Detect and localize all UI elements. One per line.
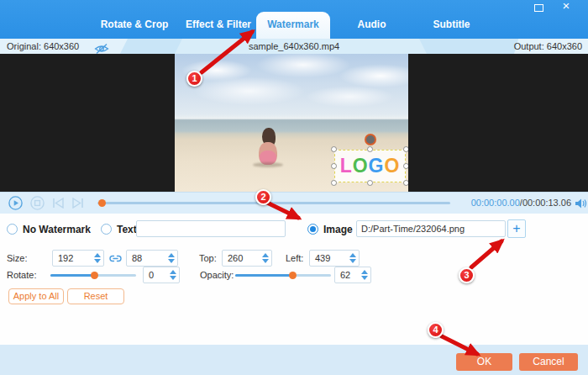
rotate-value: 0 [149,267,154,283]
current-time: 00:00:00.00 [471,198,520,208]
image-path-input[interactable] [356,220,506,237]
left-label: Left: [286,250,303,267]
no-watermark-radio[interactable] [7,224,18,235]
tab-watermark[interactable]: Watermark [256,12,330,39]
spinner-up-button[interactable] [262,251,269,258]
image-watermark-radio[interactable] [307,224,318,235]
size-width-value: 192 [58,251,73,266]
left-position-value: 439 [315,251,330,266]
previous-frame-button[interactable] [52,198,65,209]
output-resolution-label: Output: 640x360 [510,39,582,54]
stop-button[interactable] [30,196,45,210]
size-height-spinner[interactable]: 88 [126,250,178,267]
play-button[interactable] [8,196,23,210]
rotate-label: Rotate: [7,267,36,283]
video-preview-area: L O G O [0,54,588,192]
tab-audio[interactable]: Audio [349,12,395,39]
logo-letter: L [340,155,353,177]
resize-handle-w[interactable] [331,163,337,169]
size-width-spinner[interactable]: 192 [52,250,104,267]
add-image-button[interactable]: + [507,219,526,238]
video-frame: L O G O [175,54,408,192]
text-watermark-radio[interactable] [101,224,112,235]
time-display: 00:00:00.00/00:00:13.06 [467,198,571,208]
logo-letter: G [369,155,385,177]
spinner-up-button[interactable] [349,251,356,258]
watermark-overlay[interactable]: L O G O [334,150,406,182]
top-position-spinner[interactable]: 260 [222,250,272,267]
spinner-down-button[interactable] [262,258,269,265]
watermark-options-panel: No Watermark Text Image + Size: 192 88 T… [0,214,588,345]
top-position-value: 260 [228,251,243,266]
resize-handle-sw[interactable] [331,180,337,186]
timeline-slider[interactable] [97,202,450,204]
spinner-down-button[interactable] [168,258,175,265]
maximize-button[interactable] [534,4,543,12]
logo-letter: O [384,155,400,177]
watermark-dialog: Rotate & Crop Effect & Filter Watermark … [0,0,588,375]
top-label: Top: [199,250,217,267]
video-info-bar: Original: 640x360 sample_640x360.mp4 Out… [0,39,588,54]
left-position-spinner[interactable]: 439 [309,250,360,267]
spinner-down-button[interactable] [94,258,101,265]
opacity-label: Opacity: [200,267,234,283]
image-watermark-label: Image [323,224,353,235]
resize-handle-s[interactable] [367,180,373,186]
rotate-spinner[interactable]: 0 [143,267,180,283]
video-person-shadow [253,162,283,167]
text-watermark-label: Text [117,224,137,235]
volume-icon[interactable] [575,198,587,209]
opacity-spinner[interactable]: 62 [334,267,371,283]
reset-button[interactable]: Reset [67,288,124,304]
opacity-value: 62 [340,267,350,283]
resize-handle-se[interactable] [403,180,408,186]
text-watermark-input[interactable] [136,220,286,237]
playback-bar: 00:00:00.00/00:00:13.06 [0,192,588,214]
title-bar: Rotate & Crop Effect & Filter Watermark … [0,0,588,39]
resize-handle-e[interactable] [403,163,408,169]
tab-rotate-crop[interactable]: Rotate & Crop [92,12,176,39]
total-time: /00:00:13.06 [520,198,571,208]
rotate-slider[interactable] [50,274,136,277]
next-frame-button[interactable] [71,198,84,209]
spinner-up-button[interactable] [170,268,176,275]
resize-handle-n[interactable] [367,146,373,152]
spinner-up-button[interactable] [168,251,175,258]
rotate-slider-thumb[interactable] [91,272,98,279]
spinner-down-button[interactable] [170,275,176,282]
timeline-thumb[interactable] [98,199,106,207]
spinner-up-button[interactable] [361,268,368,275]
opacity-slider-thumb[interactable] [289,272,297,279]
watermark-logo-text: L O G O [335,151,405,182]
opacity-slider-fill [235,274,293,277]
cancel-button[interactable]: Cancel [519,353,578,371]
original-resolution-label: Original: 640x360 [7,39,79,54]
size-label: Size: [7,250,27,267]
spinner-up-button[interactable] [94,251,101,258]
resize-handle-ne[interactable] [403,146,408,152]
watermark-rotate-handle[interactable] [365,134,376,145]
tab-effect-filter[interactable]: Effect & Filter [181,12,256,39]
size-height-value: 88 [132,251,142,266]
opacity-slider[interactable] [235,274,331,277]
spinner-down-button[interactable] [361,275,368,282]
apply-to-all-button[interactable]: Apply to All [8,288,64,304]
dialog-footer: OK Cancel [0,345,588,375]
rotate-slider-fill [50,274,94,277]
link-dimensions-icon[interactable] [109,253,122,264]
no-watermark-label: No Watermark [23,224,91,235]
spinner-down-button[interactable] [349,258,356,265]
file-name-label: sample_640x360.mp4 [210,39,378,54]
tab-subtitle[interactable]: Subtitle [424,12,479,39]
resize-handle-nw[interactable] [331,146,337,152]
ok-button[interactable]: OK [456,353,512,371]
logo-letter: O [353,155,369,177]
close-button[interactable]: × [559,0,573,13]
